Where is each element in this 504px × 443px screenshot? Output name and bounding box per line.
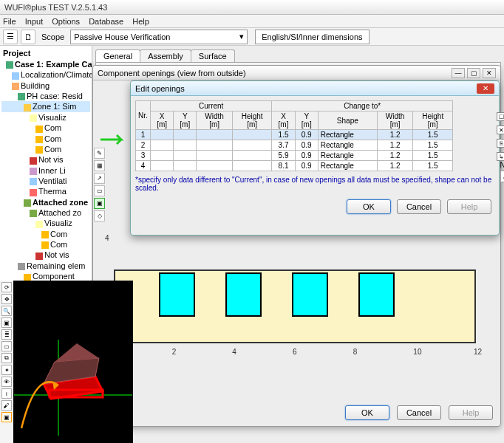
3d-scene[interactable] bbox=[13, 281, 133, 443]
close-icon[interactable]: ✕ bbox=[483, 68, 496, 78]
cell[interactable]: 3 bbox=[136, 151, 151, 161]
cell[interactable]: 1 bbox=[136, 130, 151, 140]
ok-button[interactable]: OK bbox=[347, 199, 391, 214]
tree-node[interactable]: Remaining elem bbox=[1, 261, 90, 271]
cell[interactable]: 0.9 bbox=[295, 161, 318, 171]
cell[interactable] bbox=[197, 161, 233, 171]
tree-node[interactable]: PH case: Resid bbox=[1, 91, 90, 101]
cell[interactable] bbox=[151, 161, 174, 171]
paint-icon[interactable]: 🖌 bbox=[1, 400, 12, 411]
cell[interactable]: Rectangle bbox=[318, 151, 377, 161]
highlight-component-icon[interactable]: ▣ bbox=[1, 412, 12, 422]
cell[interactable]: 8.1 bbox=[272, 161, 295, 171]
tree-node[interactable]: Visualiz bbox=[1, 112, 90, 123]
cell[interactable] bbox=[151, 130, 174, 140]
cell[interactable]: 1.2 bbox=[377, 151, 413, 161]
menu-input[interactable]: Input bbox=[25, 17, 43, 26]
cancel-button[interactable]: Cancel bbox=[397, 199, 441, 214]
view-icon[interactable]: 👁 bbox=[1, 377, 12, 387]
tree-node[interactable]: Building bbox=[1, 80, 90, 91]
scope-select[interactable]: Passive House Verification ▾ bbox=[70, 30, 248, 44]
menu-help[interactable]: Help bbox=[132, 17, 149, 26]
axis-icon[interactable]: ✦ bbox=[1, 365, 12, 375]
select-icon[interactable]: ▭ bbox=[1, 341, 12, 351]
cell[interactable]: Rectangle bbox=[318, 140, 377, 151]
tab-surface[interactable]: Surface bbox=[191, 49, 235, 62]
cell[interactable]: 2 bbox=[136, 140, 151, 151]
ok-button[interactable]: OK bbox=[345, 405, 389, 420]
cell[interactable] bbox=[232, 130, 272, 140]
cell[interactable]: 1.5 bbox=[413, 140, 453, 151]
tree-node[interactable]: Ventilati bbox=[1, 176, 90, 186]
cell[interactable] bbox=[151, 151, 174, 161]
cell[interactable]: 1.5 bbox=[413, 130, 453, 140]
cell[interactable] bbox=[174, 130, 197, 140]
tab-general[interactable]: General bbox=[95, 49, 140, 62]
tree-node[interactable]: Attached zo bbox=[1, 207, 90, 218]
cell[interactable]: 1.2 bbox=[377, 140, 413, 151]
tree-node[interactable]: Com bbox=[1, 144, 90, 154]
menu-options[interactable]: Options bbox=[52, 17, 80, 26]
maximize-icon[interactable]: ▢ bbox=[467, 68, 480, 78]
cancel-button[interactable]: Cancel bbox=[397, 405, 441, 420]
tree-node[interactable]: Com bbox=[1, 239, 90, 250]
tree-node[interactable]: Inner Li bbox=[1, 165, 90, 176]
cell[interactable] bbox=[197, 130, 233, 140]
pan-icon[interactable]: ✥ bbox=[1, 294, 12, 304]
zoom-icon[interactable]: 🔍 bbox=[1, 306, 12, 316]
tree-node[interactable]: Zone 1: Sim bbox=[1, 101, 90, 111]
cell[interactable] bbox=[174, 161, 197, 171]
close-icon[interactable]: ✕ bbox=[477, 83, 494, 94]
cell[interactable] bbox=[197, 140, 233, 151]
cell[interactable] bbox=[232, 161, 272, 171]
tree-node[interactable]: Com bbox=[1, 229, 90, 239]
vt-edit-icon[interactable]: ✎ bbox=[94, 148, 105, 159]
tree-node[interactable]: Therma bbox=[1, 186, 90, 196]
vt-grid-icon[interactable]: ▦ bbox=[94, 160, 105, 171]
vt-openings-icon[interactable]: ▣ bbox=[94, 198, 105, 209]
cell[interactable] bbox=[174, 151, 197, 161]
dimensions-button[interactable]: English/SI/Inner dimensions bbox=[255, 30, 369, 44]
table-row[interactable]: 11.50.9Rectangle1.21.5 bbox=[136, 130, 453, 140]
cell[interactable]: 1.5 bbox=[413, 151, 453, 161]
tab-assembly[interactable]: Assembly bbox=[140, 49, 191, 62]
toolbar-btn-2[interactable]: 🗋 bbox=[21, 30, 35, 44]
tree-node[interactable]: Not vis bbox=[1, 154, 90, 165]
vt-rect-icon[interactable]: ▭ bbox=[94, 185, 105, 196]
cell[interactable] bbox=[151, 140, 174, 151]
table-row[interactable]: 48.10.9Rectangle1.21.5 bbox=[136, 161, 453, 171]
tree-node[interactable]: Visualiz bbox=[1, 218, 90, 228]
layers-icon[interactable]: ≣ bbox=[1, 329, 12, 340]
cell[interactable]: 4 bbox=[136, 161, 151, 171]
cell[interactable] bbox=[197, 151, 233, 161]
copy-button[interactable]: ⎘Copy bbox=[497, 137, 504, 149]
tree-node[interactable]: Case 1: Example Case bbox=[1, 59, 90, 69]
menu-file[interactable]: File bbox=[3, 17, 16, 26]
cell[interactable]: 1.5 bbox=[272, 130, 295, 140]
openings-table[interactable]: Nr. Current Change to* X[m]Y[m]Width[m]H… bbox=[135, 100, 453, 171]
help-button[interactable]: Help bbox=[449, 405, 493, 420]
info-icon[interactable]: i bbox=[1, 388, 12, 399]
cell[interactable] bbox=[232, 140, 272, 151]
cell[interactable]: 1.5 bbox=[413, 161, 453, 171]
3d-viewer[interactable]: ⟳ ✥ 🔍 ▣ ≣ ▭ ⧉ ✦ 👁 i 🖌 ▣ bbox=[0, 281, 133, 443]
cell[interactable]: Rectangle bbox=[318, 161, 377, 171]
table-row[interactable]: 23.70.9Rectangle1.21.5 bbox=[136, 140, 453, 151]
menu-database[interactable]: Database bbox=[89, 17, 123, 26]
tree-node[interactable]: Not vis bbox=[1, 250, 90, 260]
tree-node[interactable]: Com bbox=[1, 123, 90, 133]
measure-icon[interactable]: ⧉ bbox=[1, 353, 12, 363]
tree-node[interactable]: Com bbox=[1, 134, 90, 144]
vt-3d-icon[interactable]: ◇ bbox=[94, 210, 105, 222]
cell[interactable] bbox=[232, 151, 272, 161]
cell[interactable]: 5.9 bbox=[272, 151, 295, 161]
toolbar-btn-1[interactable]: ☰ bbox=[3, 30, 18, 44]
delete-button[interactable]: ✕Delete bbox=[497, 124, 504, 136]
cell[interactable]: 1.2 bbox=[377, 130, 413, 140]
cell[interactable]: 3.7 bbox=[272, 140, 295, 151]
cell[interactable]: 0.9 bbox=[295, 151, 318, 161]
fit-icon[interactable]: ▣ bbox=[1, 317, 12, 328]
cell[interactable]: 0.9 bbox=[295, 140, 318, 151]
tree-node[interactable]: Localization/Climate: Hannover GM bbox=[1, 69, 90, 80]
new-button[interactable]: ☐New bbox=[497, 111, 504, 123]
